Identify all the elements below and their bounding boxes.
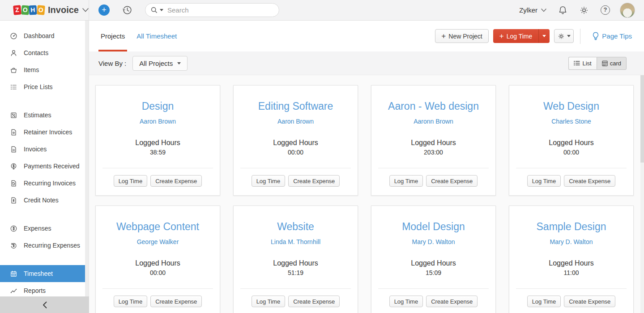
create-expense-card-button[interactable]: Create Expense	[426, 175, 478, 187]
project-owner-link[interactable]: Mary D. Walton	[371, 238, 495, 245]
view-by-dropdown[interactable]: All Projects	[132, 56, 188, 71]
new-project-button[interactable]: + New Project	[435, 29, 488, 43]
log-time-card-button[interactable]: Log Time	[527, 175, 561, 187]
payments-received-icon	[10, 163, 17, 170]
scrollbar-thumb[interactable]	[640, 75, 644, 163]
header-actions: + New Project + Log Time	[435, 29, 644, 44]
sidebar-item-label: Invoices	[24, 146, 47, 153]
create-expense-card-button[interactable]: Create Expense	[288, 175, 340, 187]
log-time-card-button[interactable]: Log Time	[252, 296, 285, 307]
project-title-link[interactable]: Sample Design	[509, 221, 633, 233]
create-expense-card-button[interactable]: Create Expense	[288, 296, 340, 307]
create-expense-card-button[interactable]: Create Expense	[564, 296, 615, 307]
card-actions: Log Time Create Expense	[371, 296, 495, 307]
search-input[interactable]	[166, 6, 273, 14]
log-time-card-button[interactable]: Log Time	[114, 175, 147, 187]
card-view-icon	[602, 60, 610, 66]
project-owner-link[interactable]: Mary D. Walton	[509, 238, 633, 245]
project-title-link[interactable]: Aaron - Web design	[371, 100, 495, 112]
project-owner-link[interactable]: Aaron Brown	[96, 118, 220, 125]
sidebar-item-recurring-invoices[interactable]: Recurring Invoices	[0, 175, 89, 192]
history-clock-icon	[122, 5, 132, 15]
project-title-link[interactable]: Website	[234, 221, 358, 233]
notifications-button[interactable]	[558, 5, 567, 15]
plus-icon: +	[102, 5, 107, 14]
sidebar-item-price-lists[interactable]: Price Lists	[0, 78, 89, 95]
sidebar-item-recurring-expenses[interactable]: Recurring Expenses	[0, 237, 89, 254]
project-owner-link[interactable]: Charles Stone	[509, 118, 633, 125]
sidebar-item-retainer-invoices[interactable]: Retainer Invoices	[0, 124, 89, 141]
tab-projects[interactable]: Projects	[98, 21, 127, 51]
tab-label: All Timesheet	[136, 32, 177, 40]
log-time-card-button[interactable]: Log Time	[252, 175, 285, 187]
sidebar-item-dashboard[interactable]: Dashboard	[0, 27, 89, 44]
project-card: Webpage Content George Walker Logged Hou…	[95, 206, 220, 313]
card-view-label: card	[610, 60, 621, 67]
gear-icon	[579, 5, 589, 15]
caret-down-icon	[177, 62, 181, 64]
log-time-card-button[interactable]: Log Time	[389, 296, 423, 307]
quick-create-button[interactable]: +	[98, 4, 110, 16]
list-view-button[interactable]: List	[568, 57, 596, 70]
project-title-link[interactable]: Webpage Content	[96, 221, 220, 233]
sidebar-item-invoices[interactable]: Invoices	[0, 141, 89, 158]
log-time-dropdown-button[interactable]	[538, 29, 550, 43]
tab-all-timesheet[interactable]: All Timesheet	[134, 21, 179, 51]
settings-button[interactable]	[579, 5, 589, 15]
logged-hours-label: Logged Hours	[96, 139, 220, 147]
page-settings-button[interactable]	[554, 29, 574, 43]
sidebar-item-label: Recurring Invoices	[24, 180, 76, 187]
sidebar-item-expenses[interactable]: Expenses	[0, 220, 89, 237]
log-time-card-button[interactable]: Log Time	[527, 296, 561, 307]
sidebar-item-timesheet[interactable]: Timesheet	[0, 265, 89, 282]
estimates-icon	[10, 111, 17, 119]
create-expense-card-button[interactable]: Create Expense	[150, 175, 202, 187]
project-owner-link[interactable]: George Walker	[96, 238, 220, 245]
sidebar-item-credit-notes[interactable]: Credit Notes	[0, 192, 89, 209]
create-expense-card-button[interactable]: Create Expense	[426, 296, 478, 307]
page-scrollbar[interactable]	[640, 75, 644, 313]
page-tips-button[interactable]: Page Tips	[587, 31, 635, 41]
project-title-link[interactable]: Web Design	[509, 100, 633, 112]
global-search[interactable]	[145, 3, 279, 17]
app-logo[interactable]: Z O H O Invoice	[0, 0, 89, 20]
logged-hours-value: 51:19	[234, 269, 358, 276]
project-owner-link[interactable]: Aaronn Brown	[371, 118, 495, 125]
sidebar-item-estimates[interactable]: Estimates	[0, 107, 89, 124]
sidebar-collapse-button[interactable]	[0, 296, 89, 313]
search-scope-caret-icon[interactable]	[160, 9, 163, 11]
org-switcher[interactable]: Zylker	[519, 6, 546, 14]
log-time-split-button: + Log Time	[493, 29, 550, 43]
logged-hours-label: Logged Hours	[509, 139, 633, 147]
sidebar-item-label: Dashboard	[24, 32, 55, 39]
log-time-card-button[interactable]: Log Time	[389, 175, 423, 187]
project-card: Website Linda M. Thornhill Logged Hours …	[233, 206, 358, 313]
sidebar-scrollbar[interactable]	[85, 21, 89, 296]
sidebar-item-payments-received[interactable]: Payments Received	[0, 158, 89, 175]
project-owner-link[interactable]: Linda M. Thornhill	[234, 238, 358, 245]
project-owner-link[interactable]: Aaron Brown	[234, 118, 358, 125]
card-actions: Log Time Create Expense	[234, 175, 358, 187]
project-title-link[interactable]: Model Design	[371, 221, 495, 233]
logo-tile-o1: O	[21, 5, 29, 15]
log-time-card-button[interactable]: Log Time	[114, 296, 147, 307]
sidebar-item-label: Reports	[24, 287, 46, 294]
card-view-button[interactable]: card	[597, 57, 627, 70]
help-button[interactable]: ?	[601, 5, 610, 15]
logged-hours-label: Logged Hours	[509, 259, 633, 267]
card-actions: Log Time Create Expense	[509, 296, 633, 307]
sidebar-item-items[interactable]: Items	[0, 61, 89, 78]
project-title-link[interactable]: Editing Software	[234, 100, 358, 112]
sidebar-item-contacts[interactable]: Contacts	[0, 44, 89, 61]
create-expense-card-button[interactable]: Create Expense	[564, 175, 615, 187]
recent-history-button[interactable]	[122, 5, 132, 15]
user-avatar[interactable]	[620, 3, 635, 18]
project-title-link[interactable]: Design	[96, 100, 220, 112]
view-by-label: View By :	[98, 60, 126, 67]
search-icon	[151, 7, 158, 13]
create-expense-card-button[interactable]: Create Expense	[150, 296, 202, 307]
logged-hours-label: Logged Hours	[96, 259, 220, 267]
divider	[516, 168, 627, 168]
log-time-button[interactable]: + Log Time	[493, 29, 539, 43]
card-actions: Log Time Create Expense	[509, 175, 633, 187]
